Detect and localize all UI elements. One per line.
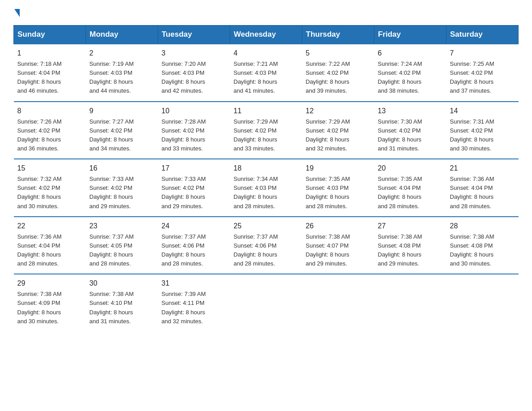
day-info: Sunrise: 7:29 AMSunset: 4:02 PMDaylight:… bbox=[234, 118, 278, 152]
logo-general bbox=[13, 9, 20, 17]
day-number: 18 bbox=[234, 163, 299, 174]
day-number: 30 bbox=[90, 278, 154, 289]
day-info: Sunrise: 7:33 AMSunset: 4:02 PMDaylight:… bbox=[90, 176, 134, 209]
day-number: 29 bbox=[17, 278, 82, 289]
calendar-day-cell: 20 Sunrise: 7:35 AMSunset: 4:04 PMDaylig… bbox=[374, 159, 446, 217]
day-of-week-header: Friday bbox=[374, 26, 446, 44]
day-number: 21 bbox=[450, 163, 515, 174]
day-info: Sunrise: 7:27 AMSunset: 4:02 PMDaylight:… bbox=[90, 118, 134, 152]
day-number: 5 bbox=[306, 48, 371, 59]
day-number: 14 bbox=[450, 106, 515, 116]
day-info: Sunrise: 7:37 AMSunset: 4:06 PMDaylight:… bbox=[234, 233, 278, 267]
day-info: Sunrise: 7:20 AMSunset: 4:03 PMDaylight:… bbox=[162, 60, 206, 94]
day-info: Sunrise: 7:36 AMSunset: 4:04 PMDaylight:… bbox=[17, 233, 62, 267]
calendar-day-cell: 21 Sunrise: 7:36 AMSunset: 4:04 PMDaylig… bbox=[446, 159, 519, 217]
calendar-day-cell: 30 Sunrise: 7:38 AMSunset: 4:10 PMDaylig… bbox=[86, 274, 158, 331]
calendar-header-row: SundayMondayTuesdayWednesdayThursdayFrid… bbox=[14, 26, 519, 44]
day-info: Sunrise: 7:35 AMSunset: 4:04 PMDaylight:… bbox=[378, 176, 422, 209]
day-info: Sunrise: 7:32 AMSunset: 4:02 PMDaylight:… bbox=[17, 176, 62, 209]
day-number: 10 bbox=[162, 106, 227, 116]
day-info: Sunrise: 7:37 AMSunset: 4:06 PMDaylight:… bbox=[162, 233, 206, 267]
calendar-day-cell: 13 Sunrise: 7:30 AMSunset: 4:02 PMDaylig… bbox=[374, 102, 446, 159]
day-number: 19 bbox=[306, 163, 371, 174]
day-info: Sunrise: 7:26 AMSunset: 4:02 PMDaylight:… bbox=[17, 118, 62, 152]
day-of-week-header: Tuesday bbox=[158, 26, 230, 44]
calendar-week-row: 22 Sunrise: 7:36 AMSunset: 4:04 PMDaylig… bbox=[14, 217, 519, 274]
day-info: Sunrise: 7:30 AMSunset: 4:02 PMDaylight:… bbox=[378, 118, 422, 152]
calendar-day-cell bbox=[374, 274, 446, 331]
day-info: Sunrise: 7:22 AMSunset: 4:02 PMDaylight:… bbox=[306, 60, 350, 94]
calendar-day-cell: 23 Sunrise: 7:37 AMSunset: 4:05 PMDaylig… bbox=[86, 217, 158, 274]
day-number: 4 bbox=[234, 48, 299, 59]
day-number: 16 bbox=[90, 163, 154, 174]
day-number: 13 bbox=[378, 106, 443, 116]
calendar-day-cell: 28 Sunrise: 7:38 AMSunset: 4:08 PMDaylig… bbox=[446, 217, 519, 274]
calendar-table: SundayMondayTuesdayWednesdayThursdayFrid… bbox=[13, 25, 519, 331]
calendar-day-cell: 3 Sunrise: 7:20 AMSunset: 4:03 PMDayligh… bbox=[158, 44, 230, 102]
calendar-day-cell: 10 Sunrise: 7:28 AMSunset: 4:02 PMDaylig… bbox=[158, 102, 230, 159]
day-info: Sunrise: 7:38 AMSunset: 4:07 PMDaylight:… bbox=[306, 233, 350, 267]
day-number: 12 bbox=[306, 106, 371, 116]
calendar-week-row: 15 Sunrise: 7:32 AMSunset: 4:02 PMDaylig… bbox=[14, 159, 519, 217]
day-number: 1 bbox=[17, 48, 82, 59]
calendar-day-cell: 6 Sunrise: 7:24 AMSunset: 4:02 PMDayligh… bbox=[374, 44, 446, 102]
day-info: Sunrise: 7:38 AMSunset: 4:09 PMDaylight:… bbox=[17, 291, 62, 324]
calendar-day-cell: 2 Sunrise: 7:19 AMSunset: 4:03 PMDayligh… bbox=[86, 44, 158, 102]
calendar-day-cell: 11 Sunrise: 7:29 AMSunset: 4:02 PMDaylig… bbox=[230, 102, 302, 159]
day-info: Sunrise: 7:28 AMSunset: 4:02 PMDaylight:… bbox=[162, 118, 206, 152]
day-info: Sunrise: 7:36 AMSunset: 4:04 PMDaylight:… bbox=[450, 176, 494, 209]
day-number: 22 bbox=[17, 221, 82, 231]
day-of-week-header: Wednesday bbox=[230, 26, 302, 44]
calendar-day-cell: 31 Sunrise: 7:39 AMSunset: 4:11 PMDaylig… bbox=[158, 274, 230, 331]
day-info: Sunrise: 7:37 AMSunset: 4:05 PMDaylight:… bbox=[90, 233, 134, 267]
day-number: 2 bbox=[90, 48, 154, 59]
day-info: Sunrise: 7:21 AMSunset: 4:03 PMDaylight:… bbox=[234, 60, 278, 94]
calendar-day-cell: 19 Sunrise: 7:35 AMSunset: 4:03 PMDaylig… bbox=[302, 159, 374, 217]
calendar-day-cell: 1 Sunrise: 7:18 AMSunset: 4:04 PMDayligh… bbox=[14, 44, 86, 102]
day-info: Sunrise: 7:19 AMSunset: 4:03 PMDaylight:… bbox=[90, 60, 134, 94]
day-info: Sunrise: 7:24 AMSunset: 4:02 PMDaylight:… bbox=[378, 60, 422, 94]
calendar-day-cell: 29 Sunrise: 7:38 AMSunset: 4:09 PMDaylig… bbox=[14, 274, 86, 331]
day-number: 8 bbox=[17, 106, 82, 116]
day-of-week-header: Monday bbox=[86, 26, 158, 44]
day-info: Sunrise: 7:38 AMSunset: 4:08 PMDaylight:… bbox=[378, 233, 422, 267]
day-number: 11 bbox=[234, 106, 299, 116]
calendar-week-row: 8 Sunrise: 7:26 AMSunset: 4:02 PMDayligh… bbox=[14, 102, 519, 159]
day-info: Sunrise: 7:18 AMSunset: 4:04 PMDaylight:… bbox=[17, 60, 62, 94]
day-info: Sunrise: 7:39 AMSunset: 4:11 PMDaylight:… bbox=[162, 291, 206, 324]
calendar-day-cell: 18 Sunrise: 7:34 AMSunset: 4:03 PMDaylig… bbox=[230, 159, 302, 217]
day-of-week-header: Saturday bbox=[446, 26, 519, 44]
day-number: 17 bbox=[162, 163, 227, 174]
logo-arrow-icon bbox=[14, 9, 20, 17]
day-number: 26 bbox=[306, 221, 371, 231]
calendar-day-cell: 14 Sunrise: 7:31 AMSunset: 4:02 PMDaylig… bbox=[446, 102, 519, 159]
calendar-day-cell bbox=[302, 274, 374, 331]
calendar-day-cell: 5 Sunrise: 7:22 AMSunset: 4:02 PMDayligh… bbox=[302, 44, 374, 102]
calendar-day-cell: 22 Sunrise: 7:36 AMSunset: 4:04 PMDaylig… bbox=[14, 217, 86, 274]
calendar-day-cell: 12 Sunrise: 7:29 AMSunset: 4:02 PMDaylig… bbox=[302, 102, 374, 159]
day-number: 27 bbox=[378, 221, 443, 231]
day-info: Sunrise: 7:35 AMSunset: 4:03 PMDaylight:… bbox=[306, 176, 350, 209]
calendar-week-row: 1 Sunrise: 7:18 AMSunset: 4:04 PMDayligh… bbox=[14, 44, 519, 102]
calendar-day-cell bbox=[230, 274, 302, 331]
day-number: 23 bbox=[90, 221, 154, 231]
day-number: 9 bbox=[90, 106, 154, 116]
calendar-day-cell: 24 Sunrise: 7:37 AMSunset: 4:06 PMDaylig… bbox=[158, 217, 230, 274]
day-number: 31 bbox=[162, 278, 227, 289]
day-info: Sunrise: 7:34 AMSunset: 4:03 PMDaylight:… bbox=[234, 176, 278, 209]
day-number: 24 bbox=[162, 221, 227, 231]
calendar-day-cell: 8 Sunrise: 7:26 AMSunset: 4:02 PMDayligh… bbox=[14, 102, 86, 159]
calendar-day-cell: 7 Sunrise: 7:25 AMSunset: 4:02 PMDayligh… bbox=[446, 44, 519, 102]
calendar-day-cell: 17 Sunrise: 7:33 AMSunset: 4:02 PMDaylig… bbox=[158, 159, 230, 217]
calendar-day-cell bbox=[446, 274, 519, 331]
day-number: 3 bbox=[162, 48, 227, 59]
logo bbox=[13, 9, 20, 17]
calendar-week-row: 29 Sunrise: 7:38 AMSunset: 4:09 PMDaylig… bbox=[14, 274, 519, 331]
day-of-week-header: Sunday bbox=[14, 26, 86, 44]
calendar-day-cell: 15 Sunrise: 7:32 AMSunset: 4:02 PMDaylig… bbox=[14, 159, 86, 217]
page-header bbox=[13, 9, 519, 17]
day-info: Sunrise: 7:29 AMSunset: 4:02 PMDaylight:… bbox=[306, 118, 350, 152]
day-number: 15 bbox=[17, 163, 82, 174]
calendar-day-cell: 25 Sunrise: 7:37 AMSunset: 4:06 PMDaylig… bbox=[230, 217, 302, 274]
day-number: 7 bbox=[450, 48, 515, 59]
